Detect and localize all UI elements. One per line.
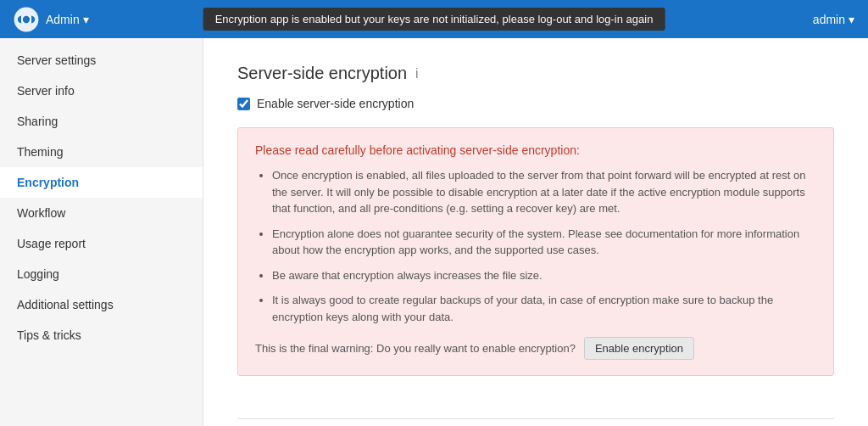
warning-list: Once encryption is enabled, all files up… [255,167,816,325]
user-caret-icon: ▾ [849,13,854,26]
enable-encryption-row: Enable server-side encryption [237,97,834,110]
svg-point-4 [23,15,30,22]
user-menu[interactable]: admin ▾ [813,13,854,26]
warning-item-2: Encryption alone does not guarantee secu… [272,226,816,259]
warning-box: Please read carefully before activating … [237,127,834,376]
warning-item-3: Be aware that encryption always increase… [272,267,816,284]
info-icon[interactable]: i [415,66,419,81]
enable-encryption-button[interactable]: Enable encryption [584,337,694,360]
sidebar-item-server-info[interactable]: Server info [0,76,203,106]
user-label: admin [813,13,845,26]
page-title: Server-side encryption [237,64,407,83]
sidebar-item-logging[interactable]: Logging [0,259,203,289]
sidebar-item-theming[interactable]: Theming [0,137,203,167]
sidebar-item-encryption[interactable]: Encryption [0,167,203,198]
default-module-title: Default encryption module [237,418,834,426]
warning-item-4: It is always good to create regular back… [272,292,816,325]
main-content: Server-side encryption i Enable server-s… [203,38,868,426]
final-warning-text: This is the final warning: Do you really… [255,342,576,355]
warning-item-1: Once encryption is enabled, all files up… [272,167,816,217]
admin-caret-icon: ▾ [83,13,89,26]
nextcloud-logo [14,7,39,32]
enable-encryption-checkbox[interactable] [237,98,250,110]
admin-menu[interactable]: Admin ▾ [46,13,89,26]
top-nav: Admin ▾ Encryption app is enabled but yo… [0,0,868,38]
enable-encryption-label[interactable]: Enable server-side encryption [257,97,414,110]
warning-title: Please read carefully before activating … [255,143,816,157]
sidebar: Server settingsServer infoSharingTheming… [0,38,203,426]
sidebar-item-usage-report[interactable]: Usage report [0,228,203,259]
sidebar-item-server-settings[interactable]: Server settings [0,45,203,76]
sidebar-item-sharing[interactable]: Sharing [0,106,203,137]
final-warning-row: This is the final warning: Do you really… [255,337,816,360]
sidebar-item-tips-tricks[interactable]: Tips & tricks [0,320,203,350]
admin-label-text: Admin [46,13,80,26]
page-title-row: Server-side encryption i [237,64,834,83]
sidebar-item-workflow[interactable]: Workflow [0,198,203,228]
warning-banner: Encryption app is enabled but your keys … [203,8,665,31]
app-layout: Server settingsServer infoSharingTheming… [0,38,868,426]
nextcloud-logo-icon [14,7,39,32]
top-nav-left: Admin ▾ [14,7,89,32]
section-divider [237,401,834,418]
sidebar-item-additional-settings[interactable]: Additional settings [0,289,203,320]
